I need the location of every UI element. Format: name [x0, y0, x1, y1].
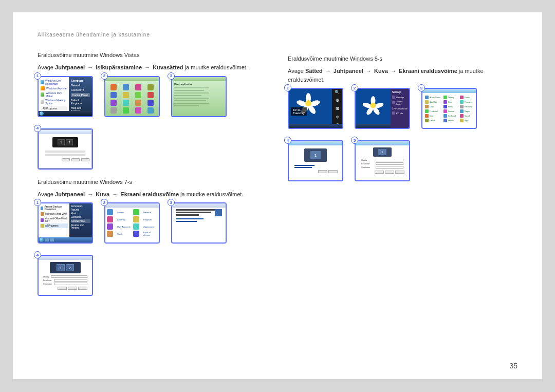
vista-thumb-1: 1 Windows Live Messenger Windows Anytime…: [38, 76, 93, 117]
screenshot-win8-display: 1: [288, 140, 343, 181]
vista-section-title: Eraldusvõime muutmine Windows Vistas: [38, 52, 267, 58]
step-badge: 3: [418, 84, 425, 91]
win8-thumb-3: 3 Action Center Display Power AutoPlay E…: [421, 88, 477, 129]
step-badge: 4: [34, 125, 41, 132]
screenshot-vista-resolution: 12: [38, 128, 93, 170]
manual-page: Allikaseadme ühendamine ja kasutamine Er…: [13, 12, 542, 379]
screenshot-win7-display: [171, 202, 227, 244]
win8-section-title: Eraldusvõime muutmine Windows 8-s: [288, 55, 517, 62]
step-badge: 1: [284, 84, 291, 91]
page-number: 35: [509, 362, 517, 370]
step-badge: 1: [34, 199, 41, 206]
vista-thumb-row: 1 Windows Live Messenger Windows Anytime…: [38, 76, 267, 170]
win7-thumb-3: 3: [171, 202, 227, 244]
page-header: Allikaseadme ühendamine ja kasutamine: [38, 32, 267, 38]
step-badge: 4: [34, 251, 41, 258]
step-badge: 3: [168, 72, 175, 80]
win7-thumb-4: 4 12 Display Resolution Orientation: [38, 255, 93, 296]
vista-thumb-3: 3 Personalization: [171, 76, 227, 117]
vista-thumb-4: 4 12: [38, 128, 93, 170]
win7-thumb-2: 2 System Network AutoPlay Programs User …: [104, 202, 160, 244]
screenshot-win7-start: Remote Desktop Connection Microsoft Offi…: [38, 202, 93, 244]
win7-section-title: Eraldusvõime muutmine Windows 7-s: [38, 179, 267, 185]
step-badge: 1: [34, 72, 41, 80]
step-badge: 3: [168, 199, 175, 206]
win8-section-desc: Avage Sätted → Juhtpaneel → Kuva → Ekraa…: [288, 67, 517, 84]
screenshot-win8-cp: Action Center Display Power AutoPlay Eas…: [421, 88, 477, 129]
win8-thumb-1: 1 10:41Tuesday 🔍⚙⊞⎋⚙: [288, 88, 343, 129]
screenshot-vista-cp: [104, 76, 160, 117]
step-badge: 4: [284, 137, 291, 144]
step-badge: 5: [351, 137, 358, 144]
win7-section-desc: Avage Juhtpaneel → Kuva → Ekraani eraldu…: [38, 190, 267, 199]
win7-thumb-row: 1 Remote Desktop Connection Microsoft Of…: [38, 202, 267, 296]
right-column: Eraldusvõime muutmine Windows 8-s Avage …: [288, 32, 517, 364]
screenshot-win7-cp: System Network AutoPlay Programs User Ac…: [104, 202, 160, 244]
step-badge: 2: [101, 72, 108, 80]
vista-thumb-2: 2: [104, 76, 160, 117]
screenshot-win8-resolution: 1 Display Resolution Orientation: [355, 140, 410, 181]
win8-thumb-4: 4 1: [288, 140, 343, 181]
vista-section-desc: Avage Juhtpaneel → Isikupärastamine → Ku…: [38, 63, 267, 72]
screenshot-win8-charms: 10:41Tuesday 🔍⚙⊞⎋⚙: [288, 88, 343, 129]
screenshot-vista-display: Personalization: [171, 76, 227, 117]
step-badge: 2: [351, 84, 358, 91]
win8-thumb-2: 2: [355, 88, 410, 129]
screenshot-win7-resolution: 12 Display Resolution Orientation: [38, 255, 93, 296]
win7-thumb-1: 1 Remote Desktop Connection Microsoft Of…: [38, 202, 93, 244]
win8-thumb-5: 5 1 Display Resolution Orientation: [355, 140, 410, 181]
screenshot-win8-settings: Settings Desktop Control Panel Personali…: [355, 88, 410, 129]
left-column: Allikaseadme ühendamine ja kasutamine Er…: [38, 32, 267, 364]
screenshot-vista-start: Windows Live Messenger Windows Anytime W…: [38, 76, 93, 117]
win8-thumb-row: 1 10:41Tuesday 🔍⚙⊞⎋⚙: [288, 88, 517, 181]
step-badge: 2: [101, 199, 108, 206]
